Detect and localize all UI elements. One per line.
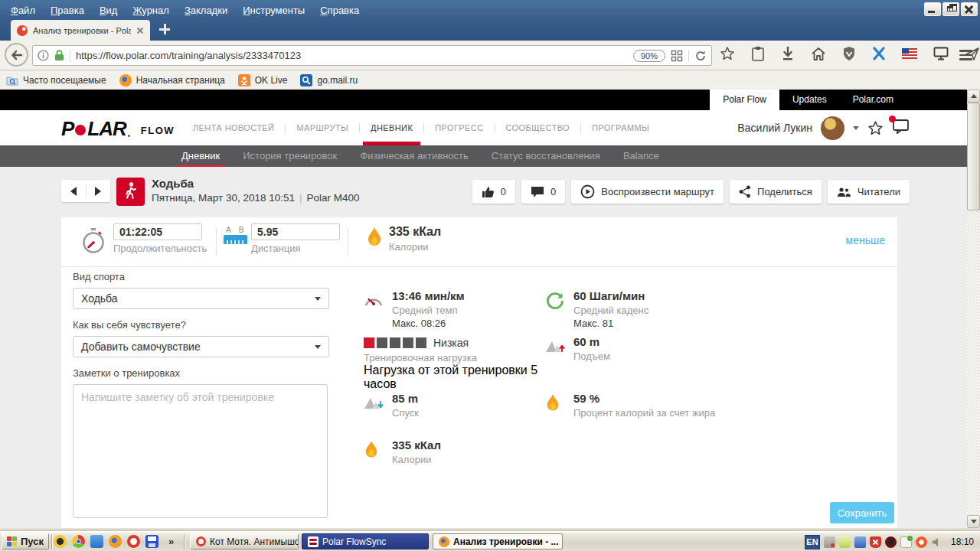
bookmark-frequent[interactable]: Часто посещаемые: [6, 75, 106, 86]
avatar[interactable]: [821, 116, 844, 140]
start-button[interactable]: Пуск: [2, 533, 49, 549]
scroll-up-button[interactable]: [967, 90, 980, 103]
tray-device-icon[interactable]: [824, 536, 835, 548]
notifications[interactable]: [892, 119, 910, 137]
subnav-balance[interactable]: Balance: [623, 145, 659, 167]
chevron-down-icon[interactable]: [853, 126, 859, 130]
quicklaunch-app-icon[interactable]: [90, 535, 103, 548]
task-button-flowsync[interactable]: Polar FlowSync: [302, 533, 429, 549]
quicklaunch-opera-icon[interactable]: [127, 535, 140, 548]
polar-subnav: Дневник История тренировок Физическая ак…: [0, 145, 980, 167]
flag-extension-icon[interactable]: [902, 48, 917, 59]
save-button[interactable]: Сохранить: [830, 502, 894, 523]
tray-puzzle-icon[interactable]: [854, 536, 866, 548]
language-indicator[interactable]: EN: [805, 535, 820, 549]
like-button[interactable]: 0: [472, 180, 515, 204]
nav-feed[interactable]: ЛЕНТА НОВОСТЕЙ: [182, 110, 285, 145]
load-value: Низкая: [433, 337, 469, 349]
user-name[interactable]: Василий Лукин: [737, 122, 812, 134]
shield-icon[interactable]: [842, 46, 856, 61]
home-icon[interactable]: [811, 47, 826, 61]
minimize-button[interactable]: [924, 2, 941, 16]
quicklaunch-firefox-icon[interactable]: [109, 535, 122, 548]
subnav-diary[interactable]: Дневник: [181, 145, 220, 167]
subnav-recovery-status[interactable]: Статус восстановления: [492, 145, 600, 167]
quicklaunch-overflow-chevron[interactable]: »: [168, 536, 174, 547]
subnav-training-history[interactable]: История тренировок: [243, 145, 337, 167]
scrollbar-thumb[interactable]: [967, 103, 980, 210]
url-text[interactable]: https://flow.polar.com/training/analysis…: [76, 50, 628, 61]
new-tab-button[interactable]: [159, 24, 170, 34]
download-icon[interactable]: [781, 46, 795, 61]
scroll-down-button[interactable]: [967, 515, 980, 528]
x-extension-icon[interactable]: [872, 47, 886, 60]
grid-icon[interactable]: [671, 50, 683, 62]
play-route-button[interactable]: Воспроизвести маршрут: [571, 180, 724, 204]
logo-text-right: LAR: [87, 117, 126, 141]
tray-disc-icon[interactable]: [885, 536, 897, 548]
subnav-activity[interactable]: Физическая активность: [360, 145, 469, 167]
top-tab-polar-com[interactable]: Polar.com: [840, 90, 906, 110]
sport-type-select[interactable]: Ходьба: [73, 288, 329, 309]
menu-help[interactable]: Справка: [320, 5, 359, 16]
bookmark-go-mail[interactable]: go.mail.ru: [300, 74, 358, 86]
tray-antivirus-icon[interactable]: [839, 536, 851, 548]
tray-mailru-agent-icon[interactable]: [916, 536, 927, 548]
nav-community[interactable]: СООБЩЕСТВО: [495, 110, 581, 145]
comment-button[interactable]: 0: [521, 180, 565, 204]
bookmark-star-icon[interactable]: [720, 46, 735, 61]
distance-input[interactable]: [251, 223, 340, 240]
menu-history[interactable]: Журнал: [132, 5, 168, 16]
tab-close-icon[interactable]: [136, 27, 144, 34]
display-icon[interactable]: [933, 47, 949, 60]
taskbar-clock[interactable]: 18:10: [951, 536, 974, 547]
menu-bookmarks[interactable]: Закладки: [185, 5, 227, 16]
notes-textarea[interactable]: [73, 384, 328, 518]
stat-fat-percent: 59 % Процент калорий за счет жира: [545, 392, 734, 419]
restore-button[interactable]: [942, 2, 959, 16]
nav-programs[interactable]: ПРОГРАММЫ: [581, 110, 660, 145]
top-tab-updates[interactable]: Updates: [779, 90, 840, 110]
page-info-icon[interactable]: [38, 50, 49, 61]
menu-edit[interactable]: Правка: [51, 5, 84, 16]
browser-tab[interactable]: Анализ тренировки - Polar F...: [11, 20, 150, 41]
menu-file[interactable]: Файл: [11, 5, 35, 16]
nav-diary[interactable]: ДНЕВНИК: [360, 110, 423, 145]
quicklaunch-daemon-icon[interactable]: [54, 535, 67, 548]
quicklaunch-chrome-icon[interactable]: [72, 535, 85, 548]
url-bar[interactable]: https://flow.polar.com/training/analysis…: [32, 45, 712, 66]
back-button[interactable]: [5, 43, 28, 67]
nav-routes[interactable]: МАРШРУТЫ: [286, 110, 359, 145]
duration-input[interactable]: [113, 223, 202, 240]
task-button-opera-window[interactable]: Кот Мотя. Антимышова...: [190, 533, 299, 549]
logo-text-left: P: [61, 117, 74, 141]
reload-icon[interactable]: [694, 50, 707, 62]
bookmark-ok-live[interactable]: OK Live: [238, 74, 288, 86]
followers-button[interactable]: Читатели: [828, 180, 910, 204]
zoom-level-badge[interactable]: 90%: [633, 50, 665, 62]
menu-tools[interactable]: Инструменты: [243, 5, 305, 16]
taskbar-separator: [184, 534, 185, 549]
less-link[interactable]: меньше: [846, 234, 885, 246]
tray-security-alert-icon[interactable]: [870, 536, 881, 548]
quicklaunch-save-icon[interactable]: [145, 535, 158, 548]
prev-session-button[interactable]: [61, 180, 86, 202]
page-scrollbar[interactable]: [967, 90, 980, 528]
favorites-star-icon[interactable]: [867, 120, 884, 136]
top-tab-polar-flow[interactable]: Polar Flow: [710, 90, 779, 110]
stopwatch-icon: [81, 227, 106, 258]
task-button-firefox[interactable]: Анализ тренировки - ...: [433, 533, 563, 549]
clipboard-icon[interactable]: [751, 46, 765, 61]
bookmark-homepage[interactable]: Начальная страница: [119, 74, 225, 86]
tray-volume-icon[interactable]: [931, 536, 942, 548]
menu-hamburger-icon[interactable]: [959, 50, 972, 60]
next-session-button[interactable]: [87, 180, 111, 202]
nav-progress[interactable]: ПРОГРЕСС: [424, 110, 494, 145]
close-button[interactable]: [961, 2, 978, 16]
feeling-select[interactable]: Добавить самочувствие: [73, 336, 329, 357]
ascent-icon: [545, 335, 565, 363]
tray-mail-icon[interactable]: [900, 536, 912, 548]
polar-logo[interactable]: P LAR FLOW: [61, 117, 175, 141]
menu-view[interactable]: Вид: [100, 5, 118, 16]
share-button[interactable]: Поделиться: [730, 180, 822, 204]
